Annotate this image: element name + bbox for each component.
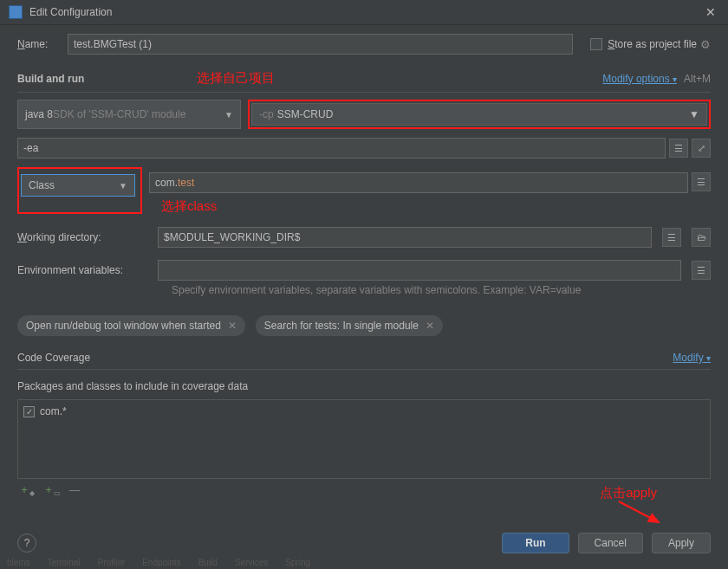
run-button[interactable]: Run [502, 533, 569, 553]
coverage-packages-label: Packages and classes to include in cover… [17, 380, 711, 392]
vm-options-row: ☰ ⤢ [17, 138, 711, 158]
tab-endpoints[interactable]: Endpoints [142, 558, 180, 567]
sdk-cp-row: java 8 SDK of 'SSM-CRUD' module ▼ -cpSSM… [17, 100, 711, 129]
close-icon[interactable]: ✕ [702, 5, 719, 19]
tab-build[interactable]: Build [198, 558, 218, 567]
checkbox-checked-icon[interactable]: ✓ [23, 406, 35, 417]
close-icon[interactable]: ✕ [426, 320, 434, 332]
code-coverage-header: Code Coverage Modify ▾ [17, 346, 711, 370]
build-run-header: Build and run 选择自己项目 Modify options ▾ Al… [17, 70, 711, 93]
working-dir-row: Working directory: ☰ 🗁 [17, 227, 711, 248]
tab-services[interactable]: Services [235, 558, 268, 567]
list-icon[interactable]: ☰ [669, 139, 688, 158]
titlebar: Edit Configuration ✕ [0, 0, 728, 25]
tab-problems[interactable]: blems [7, 558, 30, 567]
checkbox-icon[interactable] [590, 38, 602, 50]
ide-bottom-tabs: blems Terminal Profiler Endpoints Build … [0, 555, 728, 569]
chevron-down-icon: ▼ [119, 181, 127, 191]
tab-terminal[interactable]: Terminal [48, 558, 81, 567]
sdk-dropdown[interactable]: java 8 SDK of 'SSM-CRUD' module ▼ [17, 100, 241, 129]
gear-icon[interactable]: ⚙ [700, 38, 711, 51]
add-package-icon[interactable]: ＋▭ [43, 482, 61, 497]
apply-button[interactable]: Apply [652, 533, 711, 553]
env-vars-row: Environment variables: ☰ [17, 260, 711, 281]
working-dir-label: Working directory: [17, 231, 147, 243]
annotation-select-class: 选择class [161, 198, 711, 215]
tab-spring[interactable]: Spring [285, 558, 310, 567]
shortcut-label: Alt+M [684, 73, 711, 85]
annotation-box-cp: -cpSSM-CRUD ▼ [248, 100, 711, 129]
env-vars-label: Environment variables: [17, 264, 147, 276]
list-icon[interactable]: ☰ [692, 261, 711, 280]
cancel-button[interactable]: Cancel [578, 533, 643, 553]
svg-line-0 [619, 501, 659, 522]
build-run-title: Build and run [17, 73, 84, 85]
remove-icon[interactable]: — [69, 484, 80, 496]
coverage-list[interactable]: ✓ com.* [17, 399, 711, 479]
class-kind-dropdown[interactable]: Class ▼ [21, 174, 135, 197]
name-input[interactable] [68, 34, 573, 55]
name-label: Name: [17, 38, 68, 50]
expand-icon[interactable]: ⤢ [692, 139, 711, 158]
list-item[interactable]: ✓ com.* [23, 405, 705, 417]
classpath-dropdown[interactable]: -cpSSM-CRUD ▼ [251, 103, 707, 126]
chevron-down-icon: ▼ [224, 110, 233, 120]
tab-profiler[interactable]: Profiler [97, 558, 125, 567]
env-vars-help: Specify environment variables, separate … [172, 284, 711, 296]
annotation-box-class: Class ▼ [17, 167, 142, 214]
name-row: Name: Store as project file ⚙ [17, 34, 711, 55]
class-input[interactable]: com.test [149, 172, 688, 193]
option-pills: Open run/debug tool window when started … [17, 315, 711, 336]
list-icon[interactable]: ☰ [692, 172, 711, 191]
annotation-select-project: 选择自己项目 [197, 70, 275, 87]
vm-options-input[interactable] [17, 138, 666, 158]
main-panel: Name: Store as project file ⚙ Build and … [0, 25, 728, 501]
folder-icon[interactable]: 🗁 [692, 228, 711, 247]
store-as-project-file[interactable]: Store as project file [590, 38, 697, 50]
modify-options-link[interactable]: Modify options ▾ [602, 73, 677, 85]
code-coverage-title: Code Coverage [17, 352, 90, 364]
pill-search-tests[interactable]: Search for tests: In single module ✕ [256, 315, 443, 336]
arrow-icon [615, 498, 667, 527]
window-title: Edit Configuration [29, 6, 702, 18]
list-icon[interactable]: ☰ [662, 228, 681, 247]
close-icon[interactable]: ✕ [228, 320, 237, 332]
chevron-down-icon: ▼ [689, 108, 699, 120]
app-icon [9, 5, 23, 19]
help-icon[interactable]: ? [17, 533, 36, 553]
dialog-footer: ? Run Cancel Apply [0, 533, 728, 553]
working-dir-input[interactable] [158, 227, 652, 248]
modify-coverage-link[interactable]: Modify ▾ [673, 352, 711, 364]
add-class-icon[interactable]: ＋◆ [19, 482, 35, 497]
pill-open-tool-window[interactable]: Open run/debug tool window when started … [17, 315, 245, 336]
env-vars-input[interactable] [158, 260, 681, 281]
